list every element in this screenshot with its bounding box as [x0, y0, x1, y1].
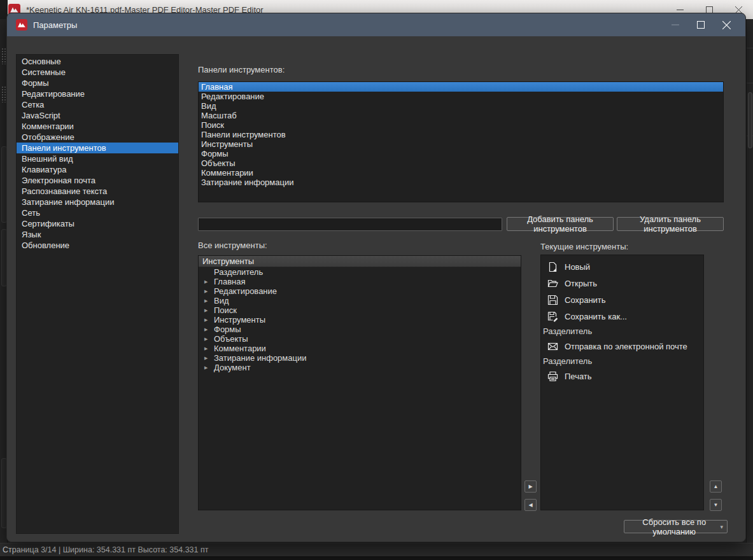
- expand-arrow-icon[interactable]: [204, 296, 208, 305]
- all-tools-item-9[interactable]: Затирание информации: [199, 353, 521, 363]
- expand-arrow-icon[interactable]: [204, 315, 208, 325]
- email-icon: [547, 341, 558, 352]
- all-tools-item-1[interactable]: Главная: [199, 277, 521, 286]
- toolbar-grip: [1, 86, 6, 102]
- open-folder-icon: [547, 278, 558, 289]
- all-tools-item-6[interactable]: Формы: [199, 325, 521, 334]
- all-tools-item-label: Затирание информации: [214, 353, 307, 363]
- current-tools-list: НовыйОткрытьСохранитьСохранить как...Раз…: [540, 255, 704, 510]
- expand-arrow-icon[interactable]: [204, 363, 208, 372]
- move-left-button[interactable]: [524, 499, 537, 511]
- current-tool-item-0[interactable]: Новый: [541, 258, 703, 275]
- sidebar-item-7[interactable]: Отображение: [17, 132, 178, 143]
- all-tools-item-0[interactable]: Разделитель: [199, 267, 521, 277]
- preferences-dialog: Параметры ОсновныеСистемныеФормыРедактир…: [6, 13, 746, 542]
- scrollbar-thumb[interactable]: [748, 92, 752, 148]
- sidebar-item-3[interactable]: Редактирование: [17, 88, 178, 99]
- sidebar-item-16[interactable]: Язык: [17, 229, 178, 240]
- new-toolbar-name-input[interactable]: [198, 218, 502, 231]
- toolbar-list-item-1[interactable]: Редактирование: [199, 92, 723, 101]
- sidebar-item-4[interactable]: Сетка: [17, 99, 178, 110]
- status-bar: Страница 3/14 | Ширина: 354.331 пт Высот…: [0, 543, 753, 556]
- all-tools-item-5[interactable]: Инструменты: [199, 315, 521, 325]
- dialog-body: ОсновныеСистемныеФормыРедактированиеСетк…: [7, 36, 745, 542]
- all-tools-item-label: Разделитель: [214, 267, 263, 277]
- sidebar-item-13[interactable]: Затирание информации: [17, 197, 178, 207]
- expand-arrow-icon[interactable]: [204, 353, 208, 363]
- sidebar-item-8[interactable]: Панели инструментов: [17, 143, 178, 153]
- all-tools-tree-header[interactable]: Инструменты: [199, 256, 521, 267]
- expand-arrow-icon[interactable]: [204, 334, 208, 344]
- dialog-close-button[interactable]: [714, 13, 739, 36]
- separator: [747, 48, 753, 48]
- sidebar-item-14[interactable]: Сеть: [17, 207, 178, 218]
- close-icon: [735, 6, 742, 13]
- all-tools-item-10[interactable]: Документ: [199, 363, 521, 372]
- current-tool-separator-6[interactable]: Разделитель: [541, 354, 703, 368]
- all-tools-item-2[interactable]: Редактирование: [199, 286, 521, 296]
- all-tools-label: Все инструменты:: [198, 241, 267, 250]
- minimize-icon: [672, 21, 679, 29]
- toolbars-section-label: Панели инструментов:: [198, 65, 285, 74]
- current-tool-label: Сохранить: [565, 295, 606, 305]
- all-tools-item-4[interactable]: Поиск: [199, 305, 521, 315]
- sidebar-item-2[interactable]: Формы: [17, 78, 178, 88]
- dialog-minimize-button[interactable]: [663, 13, 688, 36]
- toolbar-list-item-9[interactable]: Комментарии: [199, 168, 723, 178]
- master-pdf-editor-logo-icon: [16, 19, 27, 31]
- sidebar-item-0[interactable]: Основные: [17, 56, 178, 67]
- current-tool-item-7[interactable]: Печать: [541, 368, 703, 384]
- current-tool-separator-4[interactable]: Разделитель: [541, 325, 703, 338]
- toolbar-list-item-10[interactable]: Затирание информации: [199, 178, 723, 187]
- all-tools-item-3[interactable]: Вид: [199, 296, 521, 305]
- toolbar-list-item-5[interactable]: Панели инструментов: [199, 130, 723, 139]
- reset-defaults-button[interactable]: Сбросить все по умолчанию: [624, 520, 728, 533]
- toolbar-list-item-4[interactable]: Поиск: [199, 120, 723, 130]
- all-tools-item-7[interactable]: Объекты: [199, 334, 521, 344]
- dropdown-caret-icon: [720, 524, 723, 530]
- sidebar-item-5[interactable]: JavaScript: [17, 110, 178, 121]
- toolbar-list-item-6[interactable]: Инструменты: [199, 139, 723, 149]
- sidebar-item-12[interactable]: Распознавание текста: [17, 186, 178, 197]
- sidebar-item-1[interactable]: Системные: [17, 67, 178, 78]
- expand-arrow-icon[interactable]: [204, 344, 208, 353]
- toolbar-list-item-8[interactable]: Объекты: [199, 158, 723, 168]
- expand-arrow-icon[interactable]: [204, 325, 208, 334]
- all-tools-tree-items: РазделительГлавнаяРедактированиеВидПоиск…: [199, 267, 521, 372]
- all-tools-item-label: Главная: [214, 277, 245, 286]
- toolbar-list-item-7[interactable]: Формы: [199, 149, 723, 158]
- expand-arrow-icon[interactable]: [204, 277, 208, 286]
- all-tools-item-label: Комментарии: [214, 344, 266, 353]
- current-tool-label: Печать: [565, 372, 592, 381]
- toolbar-list-item-0[interactable]: Главная: [199, 82, 723, 92]
- dialog-titlebar[interactable]: Параметры: [7, 13, 745, 36]
- current-tool-item-1[interactable]: Открыть: [541, 275, 703, 291]
- remove-toolbar-button[interactable]: Удалить панель инструментов: [617, 217, 724, 231]
- current-tool-label: Открыть: [565, 279, 597, 288]
- all-tools-item-8[interactable]: Комментарии: [199, 344, 521, 353]
- dialog-window-controls: [663, 13, 739, 36]
- current-tool-item-2[interactable]: Сохранить: [541, 291, 703, 308]
- sidebar-item-17[interactable]: Обновление: [17, 240, 178, 251]
- sidebar-item-6[interactable]: Комментарии: [17, 121, 178, 132]
- expand-arrow-icon[interactable]: [204, 286, 208, 296]
- dialog-maximize-button[interactable]: [688, 13, 714, 36]
- sidebar-item-10[interactable]: Клавиатура: [17, 164, 178, 175]
- settings-category-list: ОсновныеСистемныеФормыРедактированиеСетк…: [16, 54, 179, 534]
- current-tool-item-5[interactable]: Отправка по электронной почте: [541, 338, 703, 354]
- move-right-button[interactable]: [524, 480, 537, 493]
- sidebar-item-15[interactable]: Сертификаты: [17, 218, 178, 229]
- sidebar-item-11[interactable]: Электронная почта: [17, 175, 178, 186]
- minimize-icon: [677, 6, 684, 13]
- all-tools-item-label: Редактирование: [214, 286, 277, 296]
- all-tools-item-label: Вид: [214, 296, 229, 305]
- toolbar-list-item-2[interactable]: Вид: [199, 101, 723, 111]
- move-up-button[interactable]: [710, 480, 722, 493]
- move-down-button[interactable]: [710, 499, 722, 511]
- toolbar-list-item-3[interactable]: Масштаб: [199, 111, 723, 120]
- current-tool-item-3[interactable]: Сохранить как...: [541, 308, 703, 325]
- maximize-icon: [706, 6, 713, 13]
- sidebar-item-9[interactable]: Внешний вид: [17, 153, 178, 164]
- expand-arrow-icon[interactable]: [204, 305, 208, 315]
- add-toolbar-button[interactable]: Добавить панель инструментов: [507, 217, 614, 231]
